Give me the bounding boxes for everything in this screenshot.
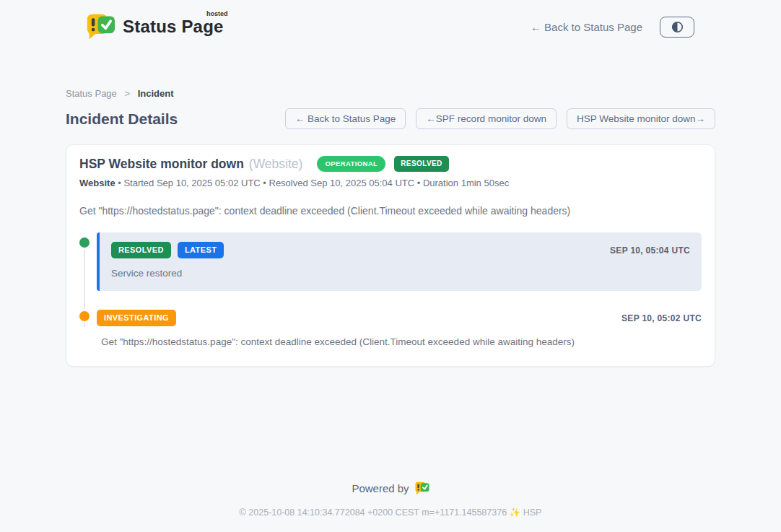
timeline-item-investigating: INVESTIGATING SEP 10, 05:02 UTC Get "htt… [97, 310, 702, 347]
resolved-status-badge: RESOLVED [394, 156, 448, 172]
timeline-update-box: RESOLVED LATEST SEP 10, 05:04 UTC Servic… [97, 232, 702, 291]
timeline-message: Service restored [111, 268, 690, 279]
hsp-logo-icon [415, 481, 429, 496]
powered-by-label: Powered by [352, 482, 409, 494]
incident-title-row: HSP Website monitor down (Website) OPERA… [79, 156, 702, 172]
incident-timeline: RESOLVED LATEST SEP 10, 05:04 UTC Servic… [79, 232, 702, 347]
investigating-badge: INVESTIGATING [97, 310, 176, 326]
logo[interactable]: Status Page hosted [87, 12, 224, 42]
back-to-status-page-button[interactable]: ← Back to Status Page [285, 108, 406, 129]
resolved-badge: RESOLVED [111, 242, 171, 258]
breadcrumb: Status Page > Incident [66, 88, 715, 99]
incident-nav-buttons: ← Back to Status Page ←SPF record monito… [285, 108, 715, 129]
incident-meta-details: • Started Sep 10, 2025 05:02 UTC • Resol… [115, 178, 510, 188]
timeline-timestamp: SEP 10, 05:04 UTC [610, 245, 690, 256]
breadcrumb-separator: > [124, 88, 130, 99]
timeline-timestamp: SEP 10, 05:02 UTC [621, 313, 702, 323]
back-to-status-page-link[interactable]: ← Back to Status Page [531, 21, 642, 33]
footer: Powered by © 2025-10-08 14:10:34.772084 … [0, 481, 781, 532]
incident-meta: Website • Started Sep 10, 2025 05:02 UTC… [79, 178, 702, 188]
logo-text: Status Page [123, 17, 224, 36]
incident-description: Get "https://hostedstatus.page": context… [79, 205, 702, 217]
incident-card: HSP Website monitor down (Website) OPERA… [66, 144, 715, 367]
timeline-message: Get "https://hostedstatus.page": context… [97, 336, 702, 347]
breadcrumb-incident: Incident [138, 88, 174, 99]
latest-badge: LATEST [178, 242, 224, 258]
page-title: Incident Details [66, 110, 178, 128]
logo-superscript: hosted [206, 10, 228, 17]
half-circle-icon [671, 21, 684, 33]
status-page-app: Status Page hosted ← Back to Status Page… [0, 0, 781, 532]
breadcrumb-status-page[interactable]: Status Page [66, 88, 117, 99]
incident-component: (Website) [249, 157, 303, 172]
timeline-item-resolved: RESOLVED LATEST SEP 10, 05:04 UTC Servic… [97, 232, 702, 291]
incident-title: HSP Website monitor down [79, 157, 244, 172]
timeline-dot-investigating [79, 311, 90, 321]
next-incident-button[interactable]: HSP Website monitor down→ [567, 108, 715, 129]
previous-incident-button[interactable]: ←SPF record monitor down [416, 108, 557, 129]
title-row: Incident Details ← Back to Status Page ←… [66, 108, 715, 129]
operational-badge: OPERATIONAL [317, 156, 385, 172]
incident-meta-component: Website [79, 178, 115, 188]
header: Status Page hosted ← Back to Status Page [0, 0, 781, 51]
powered-by-link[interactable]: Powered by [0, 481, 781, 496]
main-content: Status Page > Incident Incident Details … [66, 51, 715, 367]
status-page-logo-icon [87, 12, 115, 42]
copyright-text: © 2025-10-08 14:10:34.772084 +0200 CEST … [0, 507, 781, 518]
theme-toggle-button[interactable] [660, 17, 694, 38]
timeline-dot-resolved [79, 237, 90, 248]
